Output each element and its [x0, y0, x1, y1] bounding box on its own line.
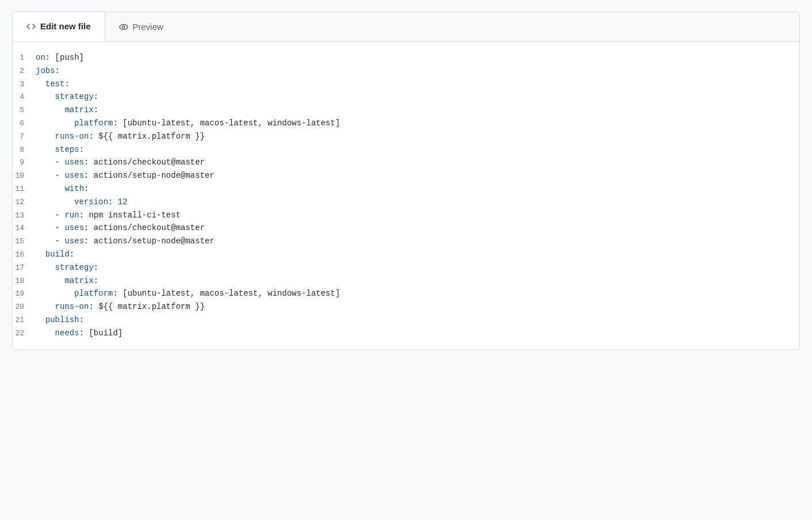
line-number: 22 — [13, 328, 36, 340]
line-number: 8 — [13, 144, 36, 156]
line-number: 6 — [13, 118, 36, 130]
code-line: 15 - uses: actions/setup-node@master — [13, 235, 799, 248]
token-value-text: : npm install-ci-test — [79, 211, 181, 220]
code-line: 10 - uses: actions/setup-node@master — [13, 169, 799, 182]
line-number: 17 — [13, 262, 36, 274]
token-value-text: : — [64, 79, 69, 89]
token-value-text: : — [94, 92, 98, 101]
token-indent — [36, 105, 64, 114]
line-number: 21 — [13, 315, 36, 327]
token-key: run — [64, 211, 79, 220]
code-line: 8 steps: — [13, 143, 799, 156]
line-number: 2 — [13, 66, 36, 78]
line-number: 7 — [13, 131, 36, 143]
token-dash: - — [55, 158, 65, 167]
line-number: 3 — [13, 79, 36, 91]
code-line: 21 publish: — [13, 313, 799, 327]
svg-point-0 — [120, 24, 128, 29]
code-line: 5 matrix: — [13, 104, 799, 117]
line-number: 4 — [13, 91, 36, 104]
token-indent — [36, 184, 64, 193]
line-number: 11 — [13, 183, 36, 196]
code-line: 2jobs: — [13, 64, 799, 78]
token-value-text: : actions/checkout@master — [84, 223, 205, 232]
token-key: test — [45, 79, 65, 89]
token-indent — [36, 171, 55, 180]
code-editor[interactable]: 1on: [push]2jobs:3 test:4 strategy:5 mat… — [13, 42, 799, 349]
code-line: 14 - uses: actions/checkout@master — [13, 221, 799, 235]
code-line: 6 platform: [ubuntu-latest, macos-latest… — [13, 117, 799, 130]
token-value-text: : — [94, 263, 98, 272]
token-key: needs — [55, 328, 79, 338]
line-number: 5 — [13, 105, 36, 117]
token-key: steps — [55, 145, 79, 154]
line-number: 16 — [13, 249, 36, 261]
token-value-text: : [ubuntu-latest, macos-latest, windows-… — [113, 289, 340, 298]
token-indent — [36, 118, 74, 128]
token-value-text: : — [108, 197, 118, 207]
line-number: 18 — [13, 276, 36, 288]
token-key: on — [36, 53, 45, 62]
line-content: platform: [ubuntu-latest, macos-latest, … — [36, 117, 786, 129]
tab-edit[interactable]: Edit new file — [13, 12, 105, 41]
line-content: with: — [36, 182, 786, 195]
code-line: 4 strategy: — [13, 90, 799, 104]
line-number: 10 — [13, 170, 36, 182]
line-content: runs-on: ${{ matrix.platform }} — [36, 130, 786, 143]
line-content: needs: [build] — [36, 327, 786, 339]
token-indent — [36, 197, 74, 207]
token-dash: - — [55, 171, 65, 180]
line-content: - uses: actions/setup-node@master — [36, 169, 786, 182]
token-value-text: : — [94, 105, 98, 114]
token-value-text: : [ubuntu-latest, macos-latest, windows-… — [113, 118, 340, 128]
svg-point-1 — [122, 26, 125, 28]
token-value-number: 12 — [118, 197, 128, 207]
line-number: 13 — [13, 210, 36, 222]
code-line: 20 runs-on: ${{ matrix.platform }} — [13, 300, 799, 313]
token-key: matrix — [64, 105, 93, 114]
token-key: with — [64, 184, 84, 193]
code-line: 9 - uses: actions/checkout@master — [13, 156, 799, 169]
line-number: 14 — [13, 223, 36, 235]
token-dash: - — [55, 211, 65, 220]
token-value-text: : [push] — [45, 53, 84, 62]
editor-container: Edit new file Preview 1on: [push]2jobs:3… — [12, 12, 800, 350]
token-indent — [36, 263, 55, 272]
tab-preview-label: Preview — [133, 22, 163, 32]
token-key: jobs — [36, 66, 55, 75]
token-key: platform — [74, 118, 113, 128]
line-content: platform: [ubuntu-latest, macos-latest, … — [36, 287, 786, 300]
line-content: strategy: — [36, 90, 786, 103]
line-number: 15 — [13, 236, 36, 248]
tab-preview[interactable]: Preview — [105, 12, 177, 41]
token-key: strategy — [55, 92, 94, 101]
line-content: publish: — [36, 313, 786, 326]
line-content: test: — [36, 78, 786, 90]
token-indent — [36, 289, 74, 298]
code-line: 22 needs: [build] — [13, 327, 799, 340]
line-content: - uses: actions/checkout@master — [36, 221, 786, 234]
token-indent — [36, 302, 55, 311]
code-line: 16 build: — [13, 248, 799, 261]
token-value-text: : — [70, 250, 74, 259]
code-line: 11 with: — [13, 182, 799, 196]
token-key: matrix — [64, 276, 93, 285]
token-key: platform — [74, 289, 113, 298]
line-content: - run: npm install-ci-test — [36, 209, 786, 221]
code-line: 18 matrix: — [13, 274, 799, 288]
line-number: 19 — [13, 288, 36, 300]
line-content: runs-on: ${{ matrix.platform }} — [36, 300, 786, 313]
token-value-text: : — [84, 184, 89, 193]
token-key: version — [74, 197, 108, 207]
line-content: steps: — [36, 143, 786, 156]
line-content: strategy: — [36, 261, 786, 274]
tab-bar: Edit new file Preview — [13, 12, 799, 42]
line-number: 1 — [13, 52, 36, 64]
line-content: matrix: — [36, 274, 786, 287]
token-indent — [36, 145, 55, 154]
token-key: build — [45, 250, 70, 259]
token-dash: - — [55, 223, 65, 232]
line-content: on: [push] — [36, 51, 786, 64]
token-key: uses — [64, 223, 84, 232]
token-key: uses — [64, 236, 84, 246]
